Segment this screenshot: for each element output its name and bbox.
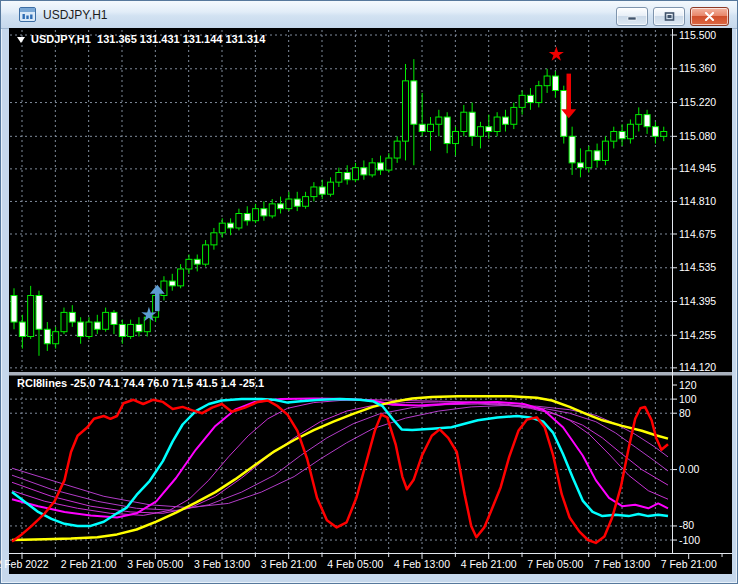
title-bar[interactable]: USDJPY,H1 bbox=[1, 1, 737, 29]
mt4-chart-window: USDJPY,H1 115.500115.360115.220115.08011… bbox=[0, 0, 738, 584]
close-icon bbox=[704, 12, 715, 21]
minimize-icon bbox=[627, 12, 637, 21]
indicator-legend: RCI8lines -25.0 74.1 74.4 76.0 71.5 41.5… bbox=[17, 377, 264, 389]
maximize-button[interactable] bbox=[653, 7, 685, 26]
minimize-button[interactable] bbox=[616, 7, 648, 26]
chart-background[interactable] bbox=[9, 28, 732, 574]
close-button[interactable] bbox=[690, 7, 729, 26]
window-title: USDJPY,H1 bbox=[43, 8, 107, 22]
maximize-icon bbox=[664, 12, 675, 21]
window-controls bbox=[616, 7, 729, 26]
chart-window-icon bbox=[19, 7, 36, 22]
symbol-dropdown-icon[interactable] bbox=[17, 37, 25, 43]
legend-ohlc: 131.365 131.431 131.144 131.314 bbox=[97, 33, 265, 45]
time-axis-region[interactable] bbox=[9, 554, 732, 574]
chart-legend: USDJPY,H1 131.365 131.431 131.144 131.31… bbox=[17, 33, 265, 45]
legend-symbol: USDJPY,H1 bbox=[31, 33, 91, 45]
price-axis-region[interactable] bbox=[673, 29, 733, 553]
